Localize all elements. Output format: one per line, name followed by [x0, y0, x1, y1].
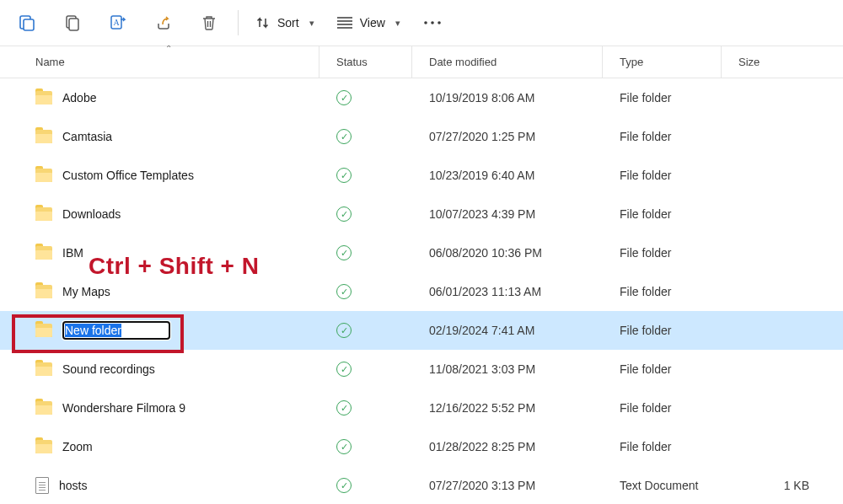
table-row[interactable]: Wondershare Filmora 9✓12/16/2022 5:52 PM… — [0, 389, 843, 427]
toolbar-separator — [238, 10, 239, 35]
table-row[interactable]: IBM✓06/08/2020 10:36 PMFile folder — [0, 233, 843, 272]
file-name: Wondershare Filmora 9 — [62, 401, 185, 415]
header-date[interactable]: Date modified — [412, 46, 603, 78]
cell-size — [722, 117, 823, 156]
table-row[interactable]: Sound recordings✓11/08/2021 3:03 PMFile … — [0, 350, 843, 389]
delete-button[interactable] — [187, 5, 231, 40]
cell-date: 06/08/2020 10:36 PM — [412, 233, 603, 272]
cell-name: Adobe — [19, 78, 319, 117]
cell-type: File folder — [603, 156, 722, 195]
file-list: Adobe✓10/19/2019 8:06 AMFile folderCamta… — [0, 78, 843, 504]
header-name[interactable]: Name ⌃ — [19, 46, 319, 78]
folder-icon — [35, 207, 52, 221]
folder-icon — [35, 169, 52, 182]
cell-date: 11/08/2021 3:03 PM — [412, 350, 603, 389]
svg-point-6 — [424, 21, 427, 24]
cell-name: IBM — [19, 233, 319, 272]
cell-type: File folder — [603, 195, 722, 233]
new-button[interactable] — [5, 5, 49, 40]
folder-icon — [35, 285, 52, 298]
cell-type: File folder — [603, 389, 722, 427]
cell-type: File folder — [603, 350, 722, 389]
table-row[interactable]: Downloads✓10/07/2023 4:39 PMFile folder — [0, 195, 843, 233]
cell-name: Custom Office Templates — [19, 156, 319, 195]
table-row[interactable]: My Maps✓06/01/2023 11:13 AMFile folder — [0, 272, 843, 311]
svg-point-7 — [431, 21, 434, 24]
svg-point-8 — [438, 21, 441, 24]
file-icon — [35, 477, 49, 494]
more-button[interactable] — [412, 5, 453, 40]
view-label: View — [360, 16, 385, 29]
cell-status: ✓ — [319, 233, 412, 272]
status-ok-icon: ✓ — [336, 478, 352, 493]
cell-date: 07/27/2020 3:13 PM — [412, 466, 603, 504]
view-dropdown[interactable]: View ▾ — [326, 5, 411, 40]
status-ok-icon: ✓ — [336, 439, 352, 454]
cell-size — [722, 427, 823, 466]
view-icon — [336, 16, 353, 29]
cell-type: File folder — [603, 233, 722, 272]
status-ok-icon: ✓ — [336, 90, 352, 105]
file-name: Camtasia — [62, 130, 112, 143]
svg-rect-3 — [69, 19, 78, 30]
status-ok-icon: ✓ — [336, 168, 352, 183]
cell-type: File folder — [603, 311, 722, 350]
sort-caret-icon: ⌃ — [165, 44, 172, 53]
status-ok-icon: ✓ — [336, 245, 352, 260]
cell-status: ✓ — [319, 117, 412, 156]
table-row[interactable]: hosts✓07/27/2020 3:13 PMText Document1 K… — [0, 466, 843, 504]
cell-name: Sound recordings — [19, 350, 319, 389]
file-name: hosts — [59, 479, 87, 492]
cell-date: 02/19/2024 7:41 AM — [412, 311, 603, 350]
sort-dropdown[interactable]: Sort ▾ — [245, 5, 325, 40]
cell-date: 12/16/2022 5:52 PM — [412, 389, 603, 427]
copy-button[interactable] — [51, 5, 94, 40]
folder-icon — [35, 324, 52, 337]
svg-text:A: A — [113, 18, 120, 27]
rename-input[interactable] — [62, 321, 170, 340]
cell-status: ✓ — [319, 427, 412, 466]
cell-date: 07/27/2020 1:25 PM — [412, 117, 603, 156]
paste-button[interactable]: A — [96, 5, 140, 40]
toolbar: A Sort ▾ View ▾ — [0, 0, 843, 46]
header-status[interactable]: Status — [319, 46, 412, 78]
table-row[interactable]: ✓02/19/2024 7:41 AMFile folder — [0, 311, 843, 350]
cell-size — [722, 350, 823, 389]
cell-size — [722, 389, 823, 427]
cell-name: My Maps — [19, 272, 319, 311]
svg-rect-1 — [24, 19, 34, 30]
cell-size — [722, 272, 823, 311]
cell-size — [722, 195, 823, 233]
header-type[interactable]: Type — [603, 46, 722, 78]
cell-date: 10/07/2023 4:39 PM — [412, 195, 603, 233]
folder-icon — [35, 440, 52, 453]
file-name: Custom Office Templates — [62, 169, 194, 182]
cell-status: ✓ — [319, 389, 412, 427]
status-ok-icon: ✓ — [336, 362, 352, 377]
share-button[interactable] — [142, 5, 185, 40]
cell-size: 1 KB — [722, 466, 823, 504]
sort-label: Sort — [277, 16, 299, 29]
file-name: My Maps — [62, 285, 110, 298]
cell-type: File folder — [603, 427, 722, 466]
sort-icon — [255, 15, 271, 30]
cell-status: ✓ — [319, 78, 412, 117]
cell-status: ✓ — [319, 272, 412, 311]
paste-icon: A — [109, 14, 127, 31]
folder-icon — [35, 130, 52, 143]
header-date-label: Date modified — [429, 56, 497, 68]
column-headers: Name ⌃ Status Date modified Type Size — [0, 46, 843, 78]
cell-size — [722, 156, 823, 195]
cell-status: ✓ — [319, 195, 412, 233]
table-row[interactable]: Custom Office Templates✓10/23/2019 6:40 … — [0, 156, 843, 195]
cell-name: Downloads — [19, 195, 319, 233]
cell-size — [722, 78, 823, 117]
table-row[interactable]: Camtasia✓07/27/2020 1:25 PMFile folder — [0, 117, 843, 156]
cell-status: ✓ — [319, 350, 412, 389]
header-size[interactable]: Size — [722, 46, 823, 78]
header-name-label: Name — [35, 56, 65, 68]
table-row[interactable]: Adobe✓10/19/2019 8:06 AMFile folder — [0, 78, 843, 117]
file-name: Zoom — [62, 440, 93, 453]
table-row[interactable]: Zoom✓01/28/2022 8:25 PMFile folder — [0, 427, 843, 466]
chevron-down-icon: ▾ — [395, 18, 400, 29]
